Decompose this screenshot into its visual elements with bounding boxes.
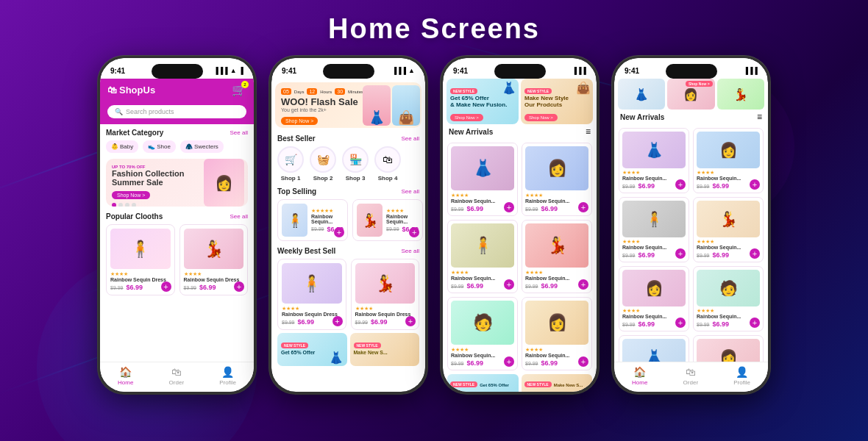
weekly-see-all[interactable]: See all	[402, 248, 419, 254]
shop-2-item[interactable]: 🧺 Shop 2	[310, 146, 336, 182]
top-selling-see-all[interactable]: See all	[402, 188, 419, 195]
best-seller-see-all[interactable]: See all	[402, 135, 419, 142]
grid-card-6[interactable]: 🧑 ★★★★ Rainbow Sequin... $9.99 $6.99 +	[693, 266, 764, 331]
arrival-stars-6: ★★★★	[525, 347, 588, 353]
nav4-profile[interactable]: 👤 Profile	[733, 366, 750, 386]
arrival-stars-1: ★★★★	[451, 193, 514, 198]
nav4-order[interactable]: 🛍 Order	[683, 366, 698, 386]
weekly-card-2[interactable]: 💃 ★★★★ Rainbow Sequin Dress $9.99 $6.99 …	[351, 259, 420, 330]
top-sell-card-2[interactable]: 💃 ★★★★ Rainbow Sequin... $9.99 $6.99 +	[352, 199, 423, 241]
grid-img-1: 👗	[622, 132, 686, 168]
weekly-row: 🧍 ★★★★ Rainbow Sequin Dress $9.99 $6.99 …	[277, 259, 419, 330]
popular-see-all[interactable]: See all	[230, 213, 248, 220]
dot-4	[132, 203, 136, 207]
grid-add-6[interactable]: +	[750, 318, 760, 328]
phone-3-status-icons: ▐▐▐	[572, 67, 586, 74]
days-label: Days	[294, 90, 305, 94]
top-sell-add-2[interactable]: +	[409, 227, 419, 237]
nav-profile[interactable]: 👤 Profile	[219, 366, 236, 386]
grid-card-3[interactable]: 🧍 ★★★★ Rainbow Sequin... $9.99 $6.99 +	[619, 197, 689, 262]
banner-shop-btn[interactable]: Shop Now >	[112, 191, 150, 199]
phone3-banner-left-btn[interactable]: Shop Now >	[450, 114, 483, 121]
market-see-all[interactable]: See all	[230, 129, 248, 136]
shop-3-item[interactable]: 🏪 Shop 3	[342, 146, 369, 182]
arrival-add-4[interactable]: +	[578, 279, 588, 290]
arrival-5[interactable]: 🧑 ★★★★ Rainbow Sequin... $9.99 $6.99 +	[447, 297, 518, 370]
arrival-name-3: Rainbow Sequin...	[451, 276, 514, 281]
shop-now-tag[interactable]: Shop Now >	[686, 81, 713, 87]
nav-home[interactable]: 🏠 Home	[118, 366, 133, 386]
phone3-banner-right-btn[interactable]: Shop Now >	[524, 114, 558, 121]
shop-4-item[interactable]: 🛍 Shop 4	[374, 146, 401, 182]
popular-product-2[interactable]: 💃 ★★★★ Rainbow Sequin Dress $9.99 $6.99 …	[179, 224, 249, 295]
arrival-3[interactable]: 🧍 ★★★★ Rainbow Sequin... $9.99 $6.99 +	[447, 220, 518, 293]
arrival-add-2[interactable]: +	[578, 202, 588, 212]
category-shoe[interactable]: 👟Shoe	[143, 140, 176, 153]
arrival-img-2: 👩	[525, 146, 588, 190]
grid-card-5[interactable]: 👩 ★★★★ Rainbow Sequin... $9.99 $6.99 +	[619, 266, 689, 331]
grid-card-8[interactable]: 👩 ★★★★ Rainbow Sequin... $9.99 $6.99 +	[693, 335, 764, 362]
phone4-arrivals-header: New Arrivals ≡	[614, 112, 768, 124]
arrivals-grid: 👗 ★★★★ Rainbow Sequin... $9.99 $6.99 + 👩…	[447, 143, 592, 370]
arrival-4[interactable]: 💃 ★★★★ Rainbow Sequin... $9.99 $6.99 +	[522, 220, 592, 293]
product-2-img: 💃	[184, 229, 244, 269]
weekly-stars-1: ★★★★	[282, 306, 342, 312]
weekly-add-2[interactable]: +	[405, 316, 416, 326]
phone-1-notch	[152, 64, 203, 79]
strip-1-img: 👗	[634, 87, 649, 101]
arrival-add-6[interactable]: +	[578, 356, 588, 367]
arrival-2[interactable]: 👩 ★★★★ Rainbow Sequin... $9.99 $6.99 +	[522, 143, 592, 216]
grid-add-1[interactable]: +	[675, 179, 686, 190]
arrival-6[interactable]: 👩 ★★★★ Rainbow Sequin... $9.99 $6.99 +	[522, 297, 592, 370]
grid-img-3: 🧍	[622, 201, 686, 237]
flash-shop-btn[interactable]: Shop Now >	[281, 117, 318, 125]
category-swecter[interactable]: 🧥Swecters	[180, 140, 224, 153]
grid-card-2[interactable]: 👩 ★★★★ Rainbow Sequin... $9.99 $6.99 +	[693, 128, 764, 193]
weekly-card-1[interactable]: 🧍 ★★★★ Rainbow Sequin Dress $9.99 $6.99 …	[277, 259, 346, 330]
popular-product-1[interactable]: 🧍 ★★★★ Rainbow Sequin Dress $9.99 $6.99 …	[106, 224, 175, 295]
add-btn-2[interactable]: +	[234, 282, 244, 292]
arrival-1[interactable]: 👗 ★★★★ Rainbow Sequin... $9.99 $6.99 +	[447, 143, 518, 216]
phone-1-time: 9:41	[110, 67, 125, 75]
nav4-home[interactable]: 🏠 Home	[632, 366, 647, 386]
grid-add-5[interactable]: +	[675, 318, 686, 328]
top-sell-add-1[interactable]: +	[334, 227, 344, 237]
grid-add-2[interactable]: +	[750, 179, 760, 190]
categories-row: 👶Baby 👟Shoe 🧥Swecters	[106, 140, 248, 153]
home-icon-4: 🏠	[633, 366, 646, 378]
phone-3-frame: 9:41 ▐▐▐ NEW STYLE Get 65% Offer& Make N…	[441, 56, 599, 394]
wifi-icon: ▲	[230, 67, 237, 74]
shopus-logo: 🛍 ShopUs	[107, 85, 155, 96]
weekly-name-1: Rainbow Sequin Dress	[282, 312, 342, 317]
phone-4-bottom-nav: 🏠 Home 🛍 Order 👤 Profile	[614, 362, 768, 392]
grid-add-3[interactable]: +	[675, 248, 686, 259]
grid-card-7[interactable]: 👗 ★★★★ Rainbow Sequin... $9.99 $6.99 +	[619, 335, 689, 362]
strip-3-img: 💃	[733, 87, 748, 101]
nav-order[interactable]: 🛍 Order	[169, 366, 184, 386]
phone4-arrivals-title: New Arrivals	[620, 113, 664, 121]
add-btn-1[interactable]: +	[161, 282, 171, 292]
filter-icon[interactable]: ≡	[586, 126, 591, 137]
filter-icon-4[interactable]: ≡	[757, 112, 762, 122]
search-bar[interactable]: 🔍 Search products	[107, 105, 246, 118]
best-seller-title: Best Seller	[277, 135, 316, 143]
partial-text-2: Make New S...	[554, 383, 583, 387]
weekly-add-1[interactable]: +	[332, 316, 343, 326]
category-baby[interactable]: 👶Baby	[106, 140, 138, 153]
arrival-add-3[interactable]: +	[504, 279, 514, 290]
grid-card-4[interactable]: 💃 ★★★★ Rainbow Sequin... $9.99 $6.99 +	[693, 197, 764, 262]
search-placeholder: Search products	[126, 108, 174, 115]
grid-card-1[interactable]: 👗 ★★★★ Rainbow Sequin... $9.99 $6.99 +	[619, 128, 689, 193]
signal-icon-3: ▐▐▐	[572, 67, 586, 74]
cart-badge: 2	[241, 81, 249, 88]
arrival-add-5[interactable]: +	[504, 356, 514, 367]
shop-1-item[interactable]: 🛒 Shop 1	[277, 146, 304, 182]
bottom-banner-2: NEW STYLE Make New S...	[350, 333, 420, 366]
grid-add-4[interactable]: +	[750, 248, 760, 259]
arrival-img-6: 👩	[525, 301, 588, 345]
arrival-add-1[interactable]: +	[504, 202, 514, 212]
cart-icon-wrap[interactable]: 🛒 2	[232, 83, 246, 97]
top-sell-card-1[interactable]: 🧍 ★★★★★ Rainbow Sequin... $9.99 $6.99 +	[277, 199, 348, 241]
days-timer: 05	[281, 88, 291, 95]
flash-img-1: 👗	[363, 85, 391, 126]
